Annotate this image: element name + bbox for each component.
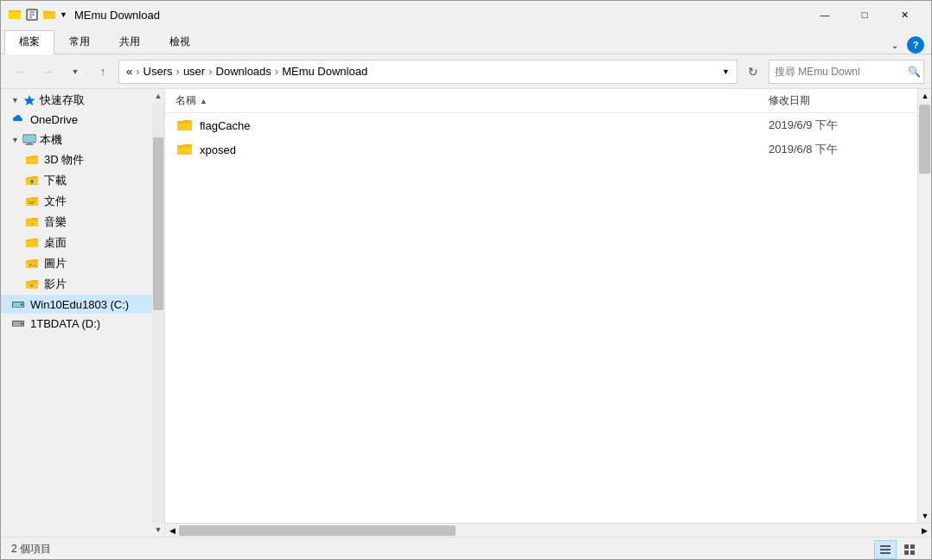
status-count: 2 個項目 <box>11 542 51 557</box>
refresh-button[interactable]: ↻ <box>741 60 765 84</box>
sidebar-item-desktop[interactable]: 桌面 <box>1 232 152 253</box>
drive-d-icon <box>11 316 25 330</box>
sidebar: ▼ 快速存取 OneDrive ▼ <box>1 89 165 537</box>
svg-rect-10 <box>27 143 32 144</box>
path-part-memu[interactable]: MEmu Download <box>282 65 367 78</box>
title-bar-icons: ▼ <box>8 8 67 22</box>
sidebar-item-documents[interactable]: 文件 <box>1 191 152 212</box>
content-with-scrollbar: 名稱 ▲ 修改日期 flagCache 2019/6/9 下午 <box>165 89 931 523</box>
folder-3d-icon <box>25 153 39 167</box>
sidebar-item-drive-c[interactable]: Win10Edu1803 (C:) <box>1 295 152 314</box>
path-part-downloads[interactable]: Downloads <box>216 65 271 78</box>
drive-d-label: 1TBDATA (D:) <box>30 317 100 330</box>
this-pc-label: 本機 <box>40 132 62 148</box>
address-path[interactable]: « › Users › user › Downloads › MEmu Down… <box>118 60 737 84</box>
col-date-header[interactable]: 修改日期 <box>769 93 907 108</box>
quick-access-icon[interactable] <box>8 8 22 22</box>
search-box: 🔍 <box>769 60 924 84</box>
recent-locations-button[interactable]: ▼ <box>63 60 87 84</box>
back-button[interactable]: ← <box>8 60 32 84</box>
tab-share[interactable]: 共用 <box>105 30 155 54</box>
file-item-xposed[interactable]: xposed 2019/6/8 下午 <box>165 137 917 162</box>
cloud-icon <box>11 112 25 126</box>
pictures-label: 圖片 <box>44 256 67 271</box>
folder-music-icon: ♪ <box>25 215 39 229</box>
address-bar: ← → ▼ ↑ « › Users › user › Downloads › M… <box>1 54 931 89</box>
svg-rect-17 <box>29 203 34 204</box>
sidebar-item-drive-d[interactable]: 1TBDATA (D:) <box>1 314 152 333</box>
title-text: MEmu Download <box>74 9 805 22</box>
sidebar-item-this-pc[interactable]: ▼ 本機 <box>1 129 152 150</box>
folder-downloads-icon <box>25 174 39 188</box>
content-vscroll: ▲ ▼ <box>917 89 931 523</box>
minimize-button[interactable]: — <box>805 1 845 29</box>
sidebar-item-pictures[interactable]: 圖片 <box>1 253 152 274</box>
hscroll-thumb[interactable] <box>179 525 456 536</box>
ribbon-expand-button[interactable]: ⌄ <box>886 36 903 54</box>
sidebar-item-videos[interactable]: 影片 <box>1 274 152 295</box>
forward-button[interactable]: → <box>35 60 60 84</box>
path-part-user[interactable]: user <box>183 65 205 78</box>
search-input[interactable] <box>775 66 904 78</box>
sidebar-item-onedrive[interactable]: OneDrive <box>1 110 152 129</box>
music-label: 音樂 <box>44 214 67 230</box>
drive-c-label: Win10Edu1803 (C:) <box>30 298 129 311</box>
sidebar-scroll-thumb[interactable] <box>153 137 163 310</box>
sidebar-item-music[interactable]: ♪ 音樂 <box>1 212 152 232</box>
svg-text:♪: ♪ <box>30 220 34 226</box>
sidebar-scroll-up[interactable]: ▲ <box>152 89 164 103</box>
sidebar-scroll-down[interactable]: ▼ <box>152 523 164 537</box>
path-dropdown-arrow[interactable]: ▼ <box>722 67 730 76</box>
icons-view-icon <box>903 543 916 557</box>
col-name-header[interactable]: 名稱 ▲ <box>176 93 769 108</box>
ribbon-tabs: 檔案 常用 共用 檢視 ⌄ ? <box>1 29 931 54</box>
content-area: 名稱 ▲ 修改日期 flagCache 2019/6/9 下午 <box>165 89 931 537</box>
sidebar-item-downloads[interactable]: 下載 <box>1 170 152 191</box>
tab-view[interactable]: 檢視 <box>155 30 205 54</box>
content-scroll-down[interactable]: ▼ <box>918 509 931 523</box>
svg-rect-1 <box>9 12 21 19</box>
content-scroll-track[interactable] <box>918 103 931 509</box>
content-scroll-up[interactable]: ▲ <box>918 89 931 103</box>
quick-access-label: 快速存取 <box>40 92 85 108</box>
search-icon[interactable]: 🔍 <box>908 66 921 78</box>
file-item-flagcache[interactable]: flagCache 2019/6/9 下午 <box>165 113 917 137</box>
help-button[interactable]: ? <box>907 36 924 54</box>
up-button[interactable]: ↑ <box>91 60 115 84</box>
hscroll-left[interactable]: ◀ <box>165 524 179 538</box>
svg-rect-39 <box>910 544 915 549</box>
tab-home[interactable]: 常用 <box>54 30 105 54</box>
tab-file[interactable]: 檔案 <box>4 30 54 54</box>
svg-point-31 <box>21 322 22 324</box>
view-icons-button[interactable] <box>898 540 921 559</box>
svg-point-27 <box>21 303 22 305</box>
folder-pictures-icon <box>25 257 39 270</box>
path-part-nav[interactable]: « <box>126 65 132 78</box>
svg-rect-16 <box>29 201 35 202</box>
content-scroll-thumb[interactable] <box>919 105 930 174</box>
file-name-xposed: xposed <box>200 143 762 156</box>
sidebar-item-3d-objects[interactable]: 3D 物件 <box>1 150 152 170</box>
file-content: 名稱 ▲ 修改日期 flagCache 2019/6/9 下午 <box>165 89 917 523</box>
dropdown-arrow[interactable]: ▼ <box>60 10 67 19</box>
svg-rect-35 <box>880 545 891 547</box>
sidebar-item-quick-access[interactable]: ▼ 快速存取 <box>1 89 152 110</box>
sidebar-scroll-track[interactable] <box>152 103 164 523</box>
quick-access-arrow: ▼ <box>11 96 19 105</box>
hscroll-right[interactable]: ▶ <box>917 524 931 538</box>
path-part-users[interactable]: Users <box>144 65 173 78</box>
svg-rect-20 <box>26 241 38 247</box>
folder-xposed-icon <box>176 141 193 158</box>
maximize-button[interactable]: □ <box>845 1 884 29</box>
svg-rect-12 <box>26 158 38 164</box>
main-layout: ▼ 快速存取 OneDrive ▼ <box>1 89 931 537</box>
documents-label: 文件 <box>44 194 67 209</box>
properties-icon[interactable] <box>25 8 39 22</box>
view-details-button[interactable] <box>874 540 897 559</box>
svg-rect-38 <box>904 544 909 549</box>
horizontal-scrollbar: ◀ ▶ <box>165 523 931 537</box>
hscroll-track[interactable] <box>179 524 917 538</box>
sidebar-scrollbar: ▲ ▼ <box>152 89 164 537</box>
svg-rect-37 <box>880 552 891 554</box>
close-button[interactable]: ✕ <box>884 1 924 29</box>
